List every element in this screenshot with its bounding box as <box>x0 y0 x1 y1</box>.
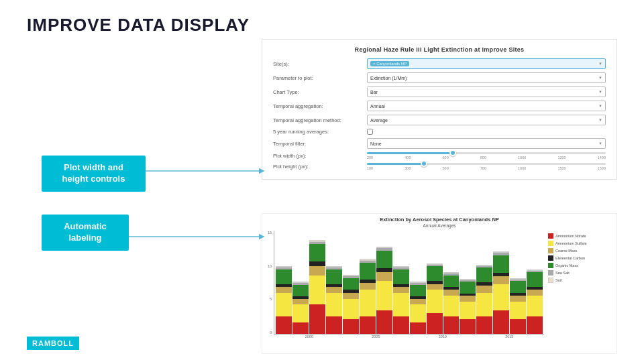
plot-height-slider-container: 100 300 500 700 1000 1500 1500 <box>367 163 606 170</box>
field-temporal-method-label: Temporal aggregation method: <box>273 117 367 123</box>
bar-segment <box>476 286 492 293</box>
chart-inner: 15 10 5 0 2000 2005 2010 2015 Ammonium N… <box>262 231 616 335</box>
bar-segment <box>510 319 526 334</box>
legend-label-seasalt: Sea Salt <box>555 271 570 275</box>
bar-segment <box>510 296 526 302</box>
bar-segment <box>527 316 543 334</box>
annotation-auto-label-label: Automatic labeling <box>64 221 107 243</box>
plot-width-row: Plot width (px): 200 400 600 800 1000 12… <box>273 152 606 160</box>
bar-segment <box>309 261 325 266</box>
bar-segment <box>309 244 325 261</box>
legend-item-nitrate: Ammonium Nitrate <box>548 233 611 239</box>
field-site-label: Site(s): <box>273 61 367 67</box>
temporal-method-dropdown[interactable]: Average ▼ <box>367 115 606 125</box>
bar-column <box>360 259 376 334</box>
bar-segment <box>326 269 342 284</box>
site-dropdown[interactable]: × Canyonlands NP ▼ <box>367 58 606 69</box>
field-temporal-agg: Temporal aggregation: Annual ▼ <box>273 101 606 111</box>
field-temporal-filter-label: Temporal filter: <box>273 141 367 147</box>
bar-segment <box>443 290 460 296</box>
plot-height-track[interactable] <box>367 163 606 165</box>
temporal-filter-value: None <box>370 141 382 146</box>
bar-column <box>393 266 409 334</box>
legend-item-soil: Soil <box>548 278 611 283</box>
bar-segment <box>527 272 543 287</box>
field-parameter: Parameter to plot: Extinction (1/Mm) ▼ <box>273 72 606 83</box>
bar-segment <box>493 310 509 334</box>
plot-width-track[interactable] <box>367 152 606 154</box>
bar-column <box>343 275 359 334</box>
plot-height-label: Plot height (px): <box>273 164 367 170</box>
bar-segment <box>376 251 392 268</box>
temporal-agg-arrow-icon: ▼ <box>598 104 602 108</box>
bar-segment <box>427 266 443 281</box>
bar-segment <box>460 296 476 302</box>
bar-column <box>443 272 460 334</box>
bar-segment <box>460 319 476 334</box>
bar-segment <box>443 316 460 334</box>
annotation-auto-label: Automatic labeling <box>42 215 129 251</box>
bar-segment <box>276 287 292 293</box>
legend-color-coarse <box>548 248 553 253</box>
field-running-avg-label: 5 year running averages: <box>273 129 367 135</box>
bar-column <box>376 247 392 334</box>
x-axis: 2000 2005 2010 2015 <box>274 335 544 339</box>
annotation-plot-size: Plot width and height controls <box>42 156 146 192</box>
temporal-agg-dropdown[interactable]: Annual ▼ <box>367 101 606 111</box>
bar-segment <box>493 276 509 284</box>
bar-segment <box>393 269 409 284</box>
page-title: IMPROVE DATA DISPLAY <box>27 15 250 36</box>
bar-segment <box>360 263 376 280</box>
legend-label-coarse: Coarse Mass <box>555 249 577 253</box>
bar-column <box>510 278 526 334</box>
bar-segment <box>326 293 342 316</box>
bar-segment <box>292 285 309 297</box>
legend-label-soil: Soil <box>555 278 561 282</box>
legend-item-seasalt: Sea Salt <box>548 270 611 276</box>
legend-color-sulfate <box>548 241 553 246</box>
plot-width-ticks: 200 400 600 800 1000 1200 1400 <box>367 156 606 160</box>
bar-segment <box>376 272 392 281</box>
bar-segment <box>376 281 392 310</box>
bar-segment <box>460 302 476 319</box>
bar-column <box>460 279 476 335</box>
temporal-filter-dropdown[interactable]: None ▼ <box>367 138 606 149</box>
bar-segment <box>410 322 426 335</box>
bar-segment <box>393 293 409 316</box>
bar-segment <box>510 302 526 319</box>
bar-segment <box>343 319 359 334</box>
legend-color-elemental <box>548 255 553 261</box>
site-arrow-icon: ▼ <box>598 62 602 66</box>
plot-width-fill <box>367 152 453 154</box>
form-title: Regional Haze Rule III Light Extinction … <box>273 46 606 53</box>
temporal-filter-arrow-icon: ▼ <box>598 141 602 145</box>
bar-column <box>292 282 309 334</box>
bar-column <box>527 269 543 335</box>
bar-segment <box>410 299 426 305</box>
running-avg-checkbox[interactable] <box>367 129 373 135</box>
bar-segment <box>476 316 492 334</box>
parameter-dropdown[interactable]: Extinction (1/Mm) ▼ <box>367 72 606 83</box>
field-temporal-agg-label: Temporal aggregation: <box>273 103 367 109</box>
field-temporal-filter: Temporal filter: None ▼ <box>273 138 606 149</box>
legend-label-organic: Organic Mass <box>555 263 578 267</box>
bar-segment <box>292 304 309 322</box>
bar-segment <box>410 304 426 322</box>
bar-segment <box>427 290 443 313</box>
chart-bars: 2000 2005 2010 2015 <box>274 231 544 335</box>
bar-column <box>493 251 509 334</box>
chart-type-dropdown[interactable]: Bar ▼ <box>367 86 606 97</box>
bar-column <box>427 263 443 334</box>
bar-segment <box>427 284 443 290</box>
bar-segment <box>360 283 376 290</box>
temporal-method-value: Average <box>370 118 388 123</box>
bar-segment <box>343 293 359 299</box>
legend-label-nitrate: Ammonium Nitrate <box>555 234 586 238</box>
bar-segment <box>493 284 509 310</box>
field-site: Site(s): × Canyonlands NP ▼ <box>273 58 606 69</box>
bar-segment <box>476 293 492 316</box>
bar-segment <box>427 313 443 334</box>
ramboll-logo: RAMBOLL <box>27 337 79 350</box>
chart-legend: Ammonium Nitrate Ammonium Sulfate Coarse… <box>544 231 611 335</box>
bar-segment <box>343 299 359 320</box>
